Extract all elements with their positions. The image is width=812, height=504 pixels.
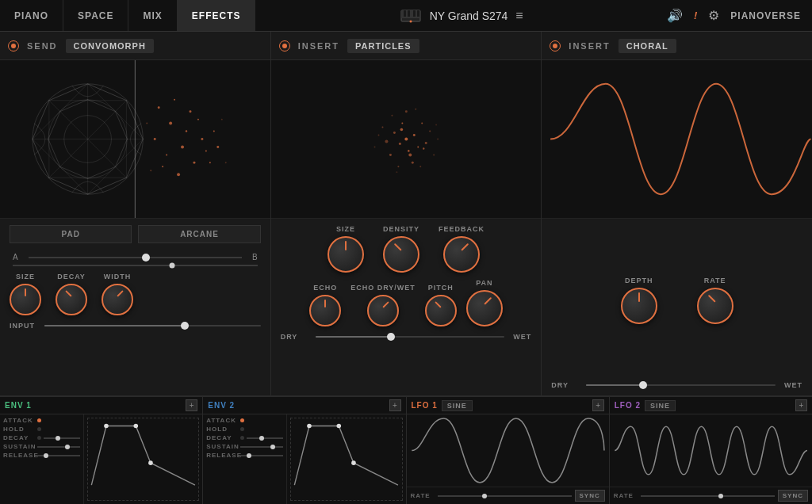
ab-secondary-thumb[interactable]	[169, 263, 174, 269]
tab-mix[interactable]: MIX	[128, 0, 177, 31]
svg-point-25	[205, 150, 207, 151]
env2-decay-thumb[interactable]	[259, 436, 264, 441]
lfo2-rate-slider[interactable]	[641, 495, 775, 497]
particles-echo-drywet-knob[interactable]	[367, 295, 399, 326]
lfo1-add-button[interactable]: +	[592, 399, 604, 411]
env1-attack-dot[interactable]	[37, 418, 41, 422]
convomorph-badge[interactable]: CONVOMORPH	[66, 39, 154, 53]
a-label: A	[13, 253, 25, 262]
convomorph-power-button[interactable]	[8, 40, 19, 52]
svg-rect-2	[404, 10, 406, 17]
env1-release-slider[interactable]	[37, 455, 80, 456]
particles-svg	[271, 60, 542, 218]
decay-knob[interactable]	[56, 284, 87, 315]
lfo1-rate-thumb[interactable]	[482, 494, 487, 498]
svg-point-18	[169, 122, 172, 125]
env2-decay-row: DECAY	[206, 434, 283, 441]
decay-label: DECAY	[57, 273, 86, 281]
env2-hold-label: HOLD	[206, 426, 238, 433]
particles-size-knob[interactable]	[327, 236, 364, 273]
particles-drywet-slider[interactable]	[316, 336, 505, 338]
env2-body: ATTACK HOLD DECAY SUSTAIN	[203, 414, 405, 504]
env1-hold-dot[interactable]	[37, 427, 41, 431]
input-slider[interactable]	[44, 325, 261, 326]
width-label: WIDTH	[104, 273, 132, 281]
choral-knobs-row: DEPTH RATE	[551, 277, 802, 324]
input-slider-thumb[interactable]	[181, 322, 189, 330]
choral-rate-label: RATE	[704, 277, 726, 284]
lfo1-sync-button[interactable]: SYNC	[575, 490, 605, 502]
choral-badge[interactable]: CHORAL	[619, 39, 676, 53]
arcane-button[interactable]: ARCANE	[138, 225, 260, 243]
tab-effects[interactable]: EFFECTS	[178, 0, 256, 31]
choral-depth-label: DEPTH	[625, 277, 653, 284]
choral-drywet-slider[interactable]	[586, 384, 776, 386]
env2-release-thumb[interactable]	[247, 453, 251, 458]
choral-rate-knob[interactable]	[697, 288, 733, 324]
ab-slider[interactable]	[29, 257, 242, 258]
svg-point-37	[412, 134, 415, 136]
env2-decay-slider[interactable]	[247, 437, 283, 439]
lfo1-rate-slider[interactable]	[438, 495, 572, 497]
svg-point-23	[166, 154, 167, 155]
choral-drywet-thumb[interactable]	[639, 381, 647, 389]
size-decay-width-group: SIZE DECAY WIDTH	[10, 273, 261, 315]
particles-badge[interactable]: PARTICLES	[347, 39, 419, 53]
ab-secondary-slider[interactable]	[13, 265, 258, 266]
env2-sustain-thumb[interactable]	[270, 445, 275, 449]
tab-piano[interactable]: PIANO	[0, 0, 63, 31]
particles-echo-knob[interactable]	[309, 295, 341, 326]
lfo2-panel: LFO 2 SINE + RATE SYNC	[610, 397, 812, 504]
env2-add-button[interactable]: +	[389, 399, 401, 411]
convomorph-controls: PAD ARCANE A B SIZE	[0, 219, 270, 395]
env2-sustain-slider[interactable]	[240, 446, 283, 448]
menu-icon[interactable]: ≡	[515, 9, 523, 23]
choral-depth-knob[interactable]	[621, 288, 657, 324]
particles-feedback-knob[interactable]	[443, 236, 480, 273]
env2-release-slider[interactable]	[240, 455, 283, 456]
env1-sustain-thumb[interactable]	[65, 445, 70, 449]
env1-decay-slider[interactable]	[44, 437, 80, 439]
lfo2-body	[610, 414, 812, 487]
volume-icon[interactable]: 🔊	[667, 8, 683, 23]
lfo2-sync-button[interactable]: SYNC	[778, 490, 808, 502]
particles-pan-knob[interactable]	[466, 290, 503, 326]
svg-point-33	[150, 170, 151, 171]
tab-space[interactable]: SPACE	[63, 0, 128, 31]
particles-power-button[interactable]	[279, 40, 290, 52]
env2-sustain-label: SUSTAIN	[206, 443, 238, 450]
lfo2-rate-thumb[interactable]	[718, 494, 723, 498]
env1-decay-thumb[interactable]	[56, 436, 60, 441]
svg-point-42	[401, 123, 403, 124]
env2-decay-dot[interactable]	[240, 436, 244, 440]
lfo1-panel: LFO 1 SINE + RATE SYNC	[407, 397, 610, 504]
choral-power-button[interactable]	[550, 40, 561, 52]
instrument-name: NY Grand S274	[430, 10, 508, 22]
env1-add-button[interactable]: +	[186, 399, 197, 411]
svg-point-24	[193, 162, 195, 164]
particles-drywet-thumb[interactable]	[387, 333, 395, 341]
particles-controls: SIZE DENSITY FEEDBACK ECHO	[271, 219, 542, 395]
env2-hold-dot[interactable]	[240, 427, 244, 431]
alert-icon[interactable]: !	[694, 10, 697, 21]
env2-attack-dot[interactable]	[240, 418, 244, 422]
width-knob[interactable]	[102, 284, 133, 315]
env1-decay-dot[interactable]	[37, 436, 41, 440]
app-name: PIANOVERSE	[730, 10, 801, 21]
particles-pitch-knob[interactable]	[425, 295, 457, 326]
particles-density-knob[interactable]	[383, 236, 419, 273]
pad-button[interactable]: PAD	[10, 225, 132, 243]
settings-icon[interactable]: ⚙	[708, 8, 719, 23]
lfo1-sine-badge[interactable]: SINE	[442, 400, 473, 411]
size-knob[interactable]	[10, 284, 41, 315]
lfo2-sine-badge[interactable]: SINE	[645, 400, 676, 411]
top-navigation: PIANO SPACE MIX EFFECTS NY Grand S274 ≡ …	[0, 0, 812, 32]
env1-release-thumb[interactable]	[44, 453, 48, 458]
particles-pitch-label: PITCH	[428, 284, 454, 292]
ab-slider-thumb[interactable]	[142, 254, 150, 262]
lfo2-add-button[interactable]: +	[795, 399, 807, 411]
particles-size-label: SIZE	[336, 225, 355, 233]
svg-point-39	[417, 146, 419, 147]
particles-knobs-row1: SIZE DENSITY FEEDBACK	[281, 225, 532, 273]
env1-sustain-slider[interactable]	[37, 446, 80, 448]
